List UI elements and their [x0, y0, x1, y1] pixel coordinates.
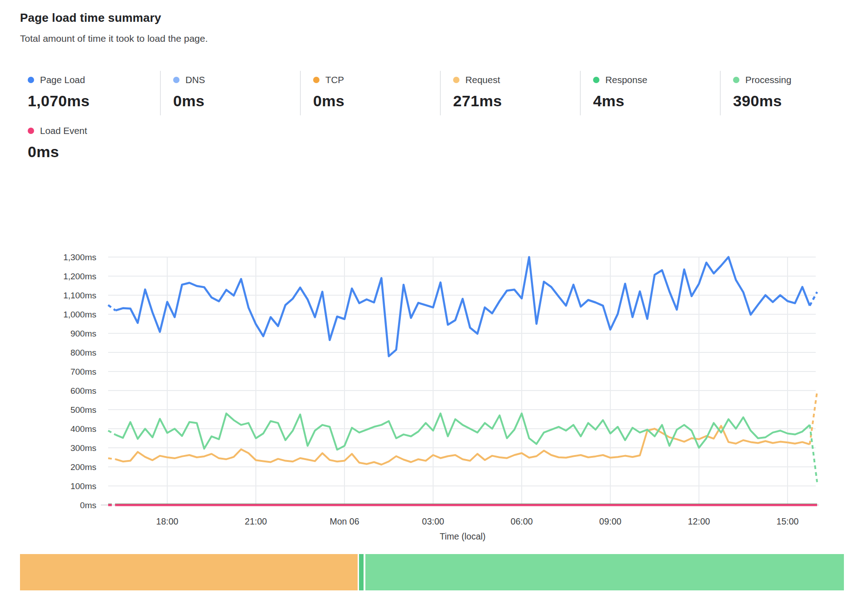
x-axis-tick-label: 21:00	[245, 516, 267, 526]
bar-segment-request	[20, 554, 358, 590]
x-axis-tick-label: 03:00	[422, 516, 444, 526]
y-axis-tick-label: 700ms	[70, 367, 96, 376]
metric-header: DNS	[173, 74, 300, 85]
metric-label: Page Load	[40, 74, 85, 85]
page-title: Page load time summary	[20, 11, 161, 25]
load-time-chart: 0ms100ms200ms300ms400ms500ms600ms700ms80…	[0, 245, 868, 548]
series-line-processing	[115, 413, 810, 450]
x-axis-tick-label: Mon 06	[329, 516, 359, 526]
metric-card-dns[interactable]: DNS0ms	[160, 71, 300, 115]
y-axis-tick-label: 1,300ms	[63, 253, 96, 262]
metric-header: Processing	[733, 74, 860, 85]
metric-header: Load Event	[28, 125, 184, 136]
x-axis-tick-label: 18:00	[156, 516, 179, 526]
page-subtitle: Total amount of time it took to load the…	[20, 33, 208, 44]
request-legend-dot-icon	[453, 77, 459, 83]
processing-legend-dot-icon	[733, 77, 739, 83]
metric-card-load-event[interactable]: Load Event0ms	[20, 122, 184, 166]
load-time-chart-svg: 0ms100ms200ms300ms400ms500ms600ms700ms80…	[0, 245, 868, 548]
series-line-request-dashed-start	[108, 458, 115, 459]
series-line-page-load	[115, 257, 810, 356]
tcp-legend-dot-icon	[313, 77, 319, 83]
x-axis-tick-label: 15:00	[777, 516, 799, 526]
series-line-page-load-dashed-start	[108, 305, 115, 311]
metric-card-request[interactable]: Request271ms	[440, 71, 580, 115]
metric-card-page-load[interactable]: Page Load1,070ms	[20, 71, 160, 115]
y-axis-tick-label: 100ms	[70, 481, 96, 491]
x-axis-tick-label: 09:00	[599, 516, 622, 526]
metric-value: 390ms	[733, 92, 860, 110]
y-axis-tick-label: 900ms	[70, 329, 96, 338]
series-line-processing-dashed-end	[810, 425, 817, 482]
response-legend-dot-icon	[593, 77, 599, 83]
page-load-summary-panel: Page load time summary Total amount of t…	[0, 0, 868, 614]
y-axis-tick-label: 500ms	[70, 405, 96, 415]
y-axis-tick-label: 0ms	[80, 500, 96, 510]
x-axis-title: Time (local)	[439, 531, 485, 541]
dns-legend-dot-icon	[173, 77, 180, 83]
timing-stacked-bar	[20, 554, 844, 590]
page-load-legend-dot-icon	[28, 77, 34, 83]
metric-label: Response	[605, 74, 647, 85]
y-axis-tick-label: 300ms	[70, 443, 96, 453]
metric-value: 0ms	[173, 92, 300, 110]
x-axis-tick-label: 06:00	[511, 516, 533, 526]
y-axis-tick-label: 800ms	[70, 348, 96, 357]
y-axis-tick-label: 400ms	[70, 424, 96, 434]
bar-segment-processing	[365, 554, 844, 590]
metric-label: DNS	[185, 74, 205, 85]
series-line-request-dashed-end	[810, 391, 817, 444]
metric-card-tcp[interactable]: TCP0ms	[300, 71, 440, 115]
metric-card-response[interactable]: Response4ms	[580, 71, 720, 115]
metric-header: Page Load	[28, 74, 160, 85]
series-line-page-load-dashed-end	[810, 292, 817, 306]
metric-card-processing[interactable]: Processing390ms	[720, 71, 860, 115]
metrics-row-2: Load Event0ms	[20, 122, 184, 166]
y-axis-tick-label: 1,200ms	[63, 272, 96, 281]
y-axis-tick-label: 1,100ms	[63, 291, 96, 300]
metric-label: Request	[465, 74, 500, 85]
y-axis-tick-label: 200ms	[70, 462, 96, 472]
metric-value: 1,070ms	[28, 92, 160, 110]
y-axis-tick-label: 1,000ms	[63, 310, 96, 319]
metric-header: Request	[453, 74, 580, 85]
load-event-legend-dot-icon	[28, 128, 34, 134]
y-axis-tick-label: 600ms	[70, 386, 96, 396]
metric-header: Response	[593, 74, 720, 85]
metric-value: 0ms	[313, 92, 440, 110]
x-axis-tick-label: 12:00	[688, 516, 710, 526]
metric-header: TCP	[313, 74, 440, 85]
series-line-processing-dashed-start	[108, 431, 115, 435]
metrics-row: Page Load1,070msDNS0msTCP0msRequest271ms…	[20, 71, 860, 115]
bar-segment-response	[359, 554, 364, 590]
metric-value: 0ms	[28, 143, 184, 161]
metric-value: 4ms	[593, 92, 720, 110]
metric-label: Processing	[745, 74, 791, 85]
metric-value: 271ms	[453, 92, 580, 110]
series-line-request	[115, 426, 810, 465]
metric-label: TCP	[325, 74, 344, 85]
metric-label: Load Event	[40, 125, 87, 136]
